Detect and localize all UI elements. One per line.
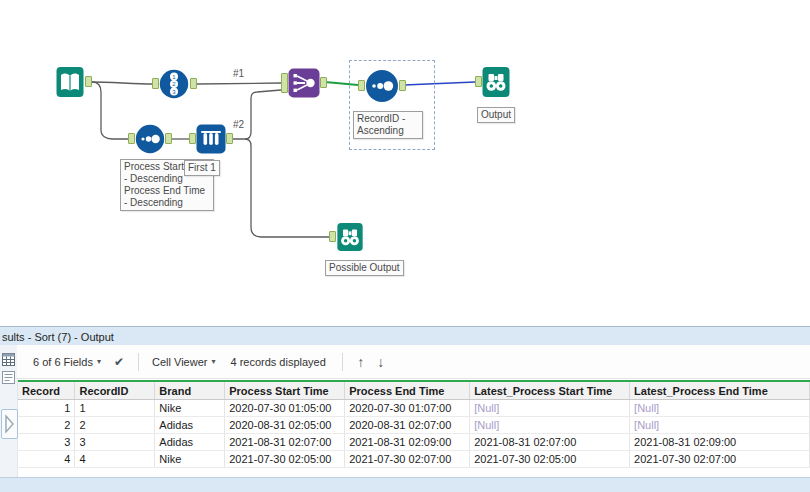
connection-sample-to-possible-output[interactable] <box>245 139 329 237</box>
fields-dropdown[interactable]: 6 of 6 Fields ▾ <box>28 353 106 371</box>
output-anchor[interactable] <box>190 78 197 89</box>
column-header-latest-start[interactable]: Latest_Process Start Time <box>470 382 630 400</box>
results-title-bar: sults - Sort (7) - Output <box>0 326 810 346</box>
connection-label-1: #1 <box>233 68 244 79</box>
table-cell[interactable]: 2021-08-31 02:09:00 <box>345 434 470 451</box>
table-cell[interactable]: 2020-07-30 01:07:00 <box>345 400 470 417</box>
table-cell[interactable]: Adidas <box>155 417 225 434</box>
union-branch-icon <box>288 68 320 98</box>
row-number-cell[interactable]: 4 <box>18 451 75 468</box>
sort-123-icon: 1 2 3 <box>159 69 189 99</box>
column-header-process-end[interactable]: Process End Time <box>345 382 470 400</box>
output-anchor[interactable] <box>165 133 172 144</box>
results-left-toolbar <box>0 345 18 478</box>
column-header-record[interactable]: Record <box>18 382 75 400</box>
table-cell[interactable]: [Null] <box>630 417 810 434</box>
table-cell[interactable]: [Null] <box>470 400 630 417</box>
connection-label-2: #2 <box>233 119 244 130</box>
results-grid: Record RecordID Brand Process Start Time… <box>18 380 810 468</box>
table-cell[interactable]: 2 <box>75 417 155 434</box>
table-cell[interactable]: 3 <box>75 434 155 451</box>
table-view-icon[interactable] <box>2 352 15 370</box>
annotation-possible-output[interactable]: Possible Output <box>325 260 404 276</box>
column-header-brand[interactable]: Brand <box>155 382 225 400</box>
sample-tool[interactable] <box>196 124 226 158</box>
table-cell[interactable]: 1 <box>75 400 155 417</box>
workflow-canvas[interactable]: 1 2 3 <box>0 0 810 326</box>
panel-expand-button[interactable] <box>1 409 18 439</box>
annotation-first-1[interactable]: First 1 <box>184 160 220 176</box>
book-icon <box>56 66 84 98</box>
input-anchor[interactable] <box>281 73 288 93</box>
chevron-down-icon: ▾ <box>97 357 101 366</box>
row-number-cell[interactable]: 1 <box>18 400 75 417</box>
table-row[interactable]: 4 4 Nike 2021-07-30 02:05:00 2021-07-30 … <box>18 451 810 468</box>
row-number-cell[interactable]: 3 <box>18 434 75 451</box>
results-body: 6 of 6 Fields ▾ ✔ Cell Viewer ▾ 4 record… <box>0 345 810 478</box>
input-anchor[interactable] <box>128 133 135 144</box>
sort-tool-2[interactable] <box>135 124 165 158</box>
column-header-latest-end[interactable]: Latest_Process End Time <box>630 382 810 400</box>
toolbar-separator <box>342 353 343 371</box>
connection-input-to-sort1[interactable] <box>92 82 152 84</box>
table-cell[interactable]: 2020-08-31 02:05:00 <box>225 417 345 434</box>
connection-input-to-sort2[interactable] <box>92 82 128 139</box>
table-cell[interactable]: 2021-08-31 02:07:00 <box>225 434 345 451</box>
sort-dots-icon <box>135 124 165 154</box>
results-panel: sults - Sort (7) - Output <box>0 326 810 492</box>
table-cell[interactable]: 2021-07-30 02:07:00 <box>630 451 810 468</box>
table-row[interactable]: 2 2 Adidas 2020-08-31 02:05:00 2020-08-3… <box>18 417 810 434</box>
sort-dots-icon <box>365 69 399 103</box>
results-title-text: sults - Sort (7) - Output <box>2 331 114 343</box>
input-anchor[interactable] <box>152 78 159 89</box>
connection-sort1-to-union[interactable] <box>197 83 281 84</box>
cell-viewer-dropdown[interactable]: Cell Viewer ▾ <box>147 353 220 371</box>
arrow-down-icon[interactable]: ↓ <box>371 354 391 370</box>
output-anchor[interactable] <box>320 77 327 88</box>
output-anchor[interactable] <box>85 76 92 87</box>
header-row: Record RecordID Brand Process Start Time… <box>18 382 810 400</box>
connection-sample-to-union[interactable] <box>230 90 281 139</box>
records-displayed-label: 4 records displayed <box>230 356 325 368</box>
annotation-output[interactable]: Output <box>477 107 515 123</box>
chevron-down-icon: ▾ <box>211 357 215 366</box>
table-row[interactable]: 3 3 Adidas 2021-08-31 02:07:00 2021-08-3… <box>18 434 810 451</box>
input-anchor[interactable] <box>475 76 482 87</box>
annotation-recordid-ascending[interactable]: RecordID - Ascending <box>353 111 423 139</box>
column-header-recordid[interactable]: RecordID <box>75 382 155 400</box>
table-cell[interactable]: Nike <box>155 400 225 417</box>
table-cell[interactable]: [Null] <box>470 417 630 434</box>
table-cell[interactable]: 4 <box>75 451 155 468</box>
table-cell[interactable]: Nike <box>155 451 225 468</box>
output-anchor[interactable] <box>226 133 233 144</box>
toolbar-separator <box>138 353 139 371</box>
table-cell[interactable]: 2021-08-31 02:09:00 <box>630 434 810 451</box>
report-view-icon[interactable] <box>2 370 15 388</box>
table-cell[interactable]: 2021-08-31 02:07:00 <box>470 434 630 451</box>
table-cell[interactable]: 2021-07-30 02:05:00 <box>470 451 630 468</box>
apply-check-button[interactable]: ✔ <box>114 355 124 369</box>
input-anchor[interactable] <box>189 133 196 144</box>
sort-tool-3-selected[interactable] <box>365 69 399 107</box>
table-cell[interactable]: 2020-07-30 01:05:00 <box>225 400 345 417</box>
union-tool[interactable] <box>288 68 320 102</box>
table-row[interactable]: 1 1 Nike 2020-07-30 01:05:00 2020-07-30 … <box>18 400 810 417</box>
alteryx-designer-window: 1 2 3 <box>0 0 810 492</box>
results-toolbar: 6 of 6 Fields ▾ ✔ Cell Viewer ▾ 4 record… <box>17 345 810 379</box>
input-anchor[interactable] <box>329 231 336 242</box>
fields-dropdown-label: 6 of 6 Fields <box>33 356 93 368</box>
input-data-tool[interactable] <box>56 66 84 102</box>
table-cell[interactable]: 2021-07-30 02:07:00 <box>345 451 470 468</box>
table-cell[interactable]: 2021-07-30 02:05:00 <box>225 451 345 468</box>
column-header-process-start[interactable]: Process Start Time <box>225 382 345 400</box>
arrow-up-icon[interactable]: ↑ <box>351 354 371 370</box>
status-strip <box>0 477 810 492</box>
browse-output-tool[interactable] <box>482 66 510 102</box>
table-cell[interactable]: Adidas <box>155 434 225 451</box>
row-number-cell[interactable]: 2 <box>18 417 75 434</box>
table-cell[interactable]: [Null] <box>630 400 810 417</box>
cell-viewer-label: Cell Viewer <box>152 356 207 368</box>
browse-possible-output-tool[interactable] <box>336 222 364 256</box>
table-cell[interactable]: 2020-08-31 02:07:00 <box>345 417 470 434</box>
sort-tool-1[interactable]: 1 2 3 <box>159 69 189 103</box>
